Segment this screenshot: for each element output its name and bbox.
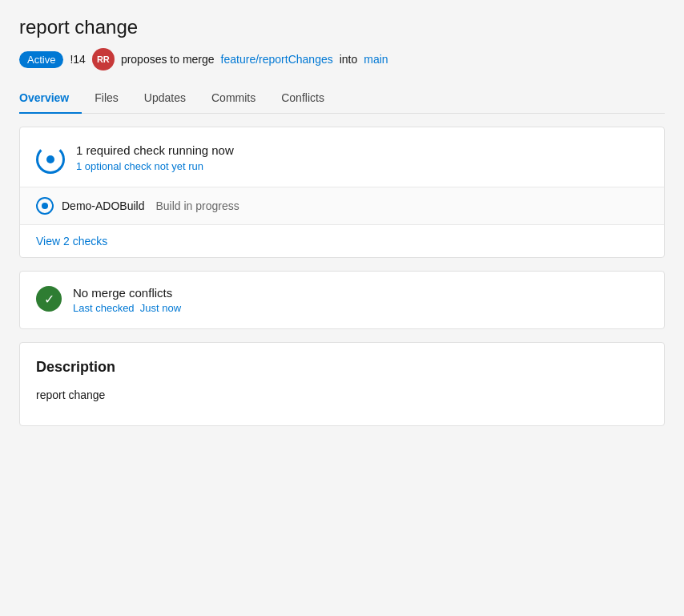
success-icon: ✓: [36, 286, 62, 312]
last-checked-time: Just now: [140, 302, 181, 314]
tab-conflicts[interactable]: Conflicts: [268, 83, 337, 114]
meta-row: Active !14 RR proposes to merge feature/…: [19, 48, 665, 70]
tab-files[interactable]: Files: [82, 83, 131, 114]
description-body: report change: [36, 389, 648, 401]
check-title: 1 required check running now: [76, 143, 234, 157]
tab-updates[interactable]: Updates: [131, 83, 199, 114]
check-subtitle: 1 optional check not yet run: [76, 160, 234, 172]
status-badge: Active: [19, 51, 63, 68]
avatar: RR: [92, 48, 115, 70]
into-text: into: [340, 53, 358, 66]
pr-number: !14: [70, 53, 85, 66]
source-branch-link[interactable]: feature/reportChanges: [221, 53, 333, 66]
checks-card: 1 required check running now 1 optional …: [19, 127, 665, 258]
view-checks-row: View 2 checks: [20, 224, 664, 257]
tab-overview[interactable]: Overview: [19, 83, 82, 114]
no-conflicts-text: No merge conflicts Last checked Just now: [73, 286, 181, 314]
build-icon: [36, 197, 54, 215]
no-conflicts-title: No merge conflicts: [73, 286, 181, 300]
no-conflicts-subtitle: Last checked Just now: [73, 302, 181, 314]
page-title: report change: [19, 16, 665, 38]
description-heading: Description: [36, 359, 648, 376]
description-card: Description report change: [19, 342, 665, 426]
check-summary: 1 required check running now 1 optional …: [20, 127, 664, 187]
page-container: report change Active !14 RR proposes to …: [0, 0, 684, 616]
tab-bar: Overview Files Updates Commits Conflicts: [19, 83, 665, 114]
view-checks-link[interactable]: View 2 checks: [36, 235, 107, 248]
tab-commits[interactable]: Commits: [199, 83, 268, 114]
build-name: Demo-ADOBuild: [62, 199, 144, 212]
build-row: Demo-ADOBuild Build in progress: [20, 187, 664, 224]
target-branch-link[interactable]: main: [364, 53, 388, 66]
conflicts-card: ✓ No merge conflicts Last checked Just n…: [19, 271, 665, 329]
check-summary-text: 1 required check running now 1 optional …: [76, 143, 234, 172]
build-status: Build in progress: [155, 199, 239, 212]
spinner-icon: [36, 145, 65, 174]
no-conflicts-row: ✓ No merge conflicts Last checked Just n…: [20, 272, 664, 328]
merge-text: proposes to merge: [121, 53, 215, 66]
